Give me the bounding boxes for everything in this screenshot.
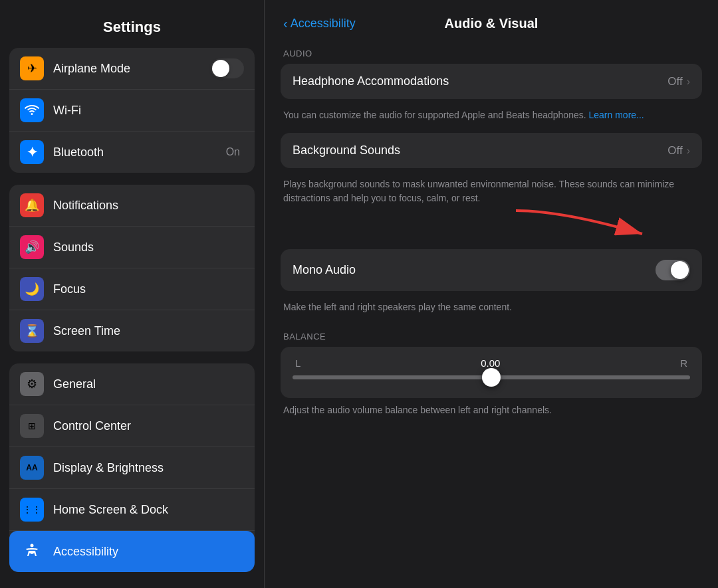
display-brightness-icon: AA bbox=[20, 456, 44, 480]
notifications-icon: 🔔 bbox=[20, 193, 44, 217]
focus-label: Focus bbox=[53, 282, 244, 296]
sidebar-item-wifi[interactable]: Wi-Fi bbox=[9, 90, 255, 132]
home-screen-label: Home Screen & Dock bbox=[53, 503, 244, 517]
sidebar-item-sounds[interactable]: 🔊 Sounds bbox=[9, 227, 255, 268]
mono-audio-section: Mono Audio bbox=[281, 216, 702, 291]
mono-audio-row[interactable]: Mono Audio bbox=[281, 249, 702, 291]
sidebar-item-control-center[interactable]: ⊞ Control Center bbox=[9, 405, 255, 447]
balance-left-label: L bbox=[295, 357, 300, 369]
red-arrow-container bbox=[281, 216, 702, 249]
back-chevron-icon: ‹ bbox=[283, 16, 288, 31]
background-sounds-row[interactable]: Background Sounds Off › bbox=[281, 133, 702, 168]
display-brightness-label: Display & Brightness bbox=[53, 461, 244, 475]
headphone-accommodations-row[interactable]: Headphone Accommodations Off › bbox=[281, 64, 702, 99]
main-panel: ‹ Accessibility Audio & Visual AUDIO Hea… bbox=[265, 0, 718, 588]
bluetooth-icon: ✦ bbox=[20, 140, 44, 164]
learn-more-link[interactable]: Learn more... bbox=[589, 110, 644, 120]
sidebar-item-accessibility[interactable]: Accessibility bbox=[9, 531, 255, 572]
mono-audio-description: Make the left and right speakers play th… bbox=[281, 295, 702, 325]
panel-title: Audio & Visual bbox=[445, 16, 538, 31]
headphone-accommodations-chevron: › bbox=[687, 76, 690, 88]
balance-slider-thumb[interactable] bbox=[482, 368, 501, 387]
sidebar-item-general[interactable]: ⚙ General bbox=[9, 363, 255, 405]
headphone-accommodations-description: You can customize the audio for supporte… bbox=[281, 103, 702, 133]
background-sounds-label: Background Sounds bbox=[293, 144, 667, 157]
balance-right-label: R bbox=[680, 357, 687, 369]
general-icon: ⚙ bbox=[20, 372, 44, 396]
sounds-label: Sounds bbox=[53, 241, 244, 254]
balance-header: L 0.00 R bbox=[293, 357, 690, 369]
balance-slider-track[interactable] bbox=[293, 375, 690, 379]
control-center-label: Control Center bbox=[53, 419, 244, 433]
sidebar-item-bluetooth[interactable]: ✦ Bluetooth On bbox=[9, 132, 255, 173]
wifi-icon bbox=[20, 98, 44, 122]
background-sounds-value: Off bbox=[667, 144, 682, 157]
sidebar-item-screen-time[interactable]: ⌛ Screen Time bbox=[9, 310, 255, 351]
bluetooth-label: Bluetooth bbox=[53, 146, 226, 159]
sidebar-item-focus[interactable]: 🌙 Focus bbox=[9, 268, 255, 310]
bluetooth-value: On bbox=[226, 146, 240, 158]
balance-section-label: BALANCE bbox=[283, 332, 702, 342]
panel-content: AUDIO Headphone Accommodations Off › You… bbox=[265, 42, 718, 428]
sidebar-group-network: ✈ Airplane Mode Wi-Fi ✦ Bluetooth On bbox=[9, 48, 255, 173]
sidebar-group-settings: ⚙ General ⊞ Control Center AA Display & … bbox=[9, 363, 255, 572]
accessibility-icon bbox=[20, 539, 44, 563]
sounds-icon: 🔊 bbox=[20, 235, 44, 259]
headphone-accommodations-group: Headphone Accommodations Off › bbox=[281, 64, 702, 99]
mono-audio-label: Mono Audio bbox=[293, 263, 656, 277]
screen-time-label: Screen Time bbox=[53, 324, 244, 338]
wifi-label: Wi-Fi bbox=[53, 104, 244, 118]
focus-icon: 🌙 bbox=[20, 277, 44, 301]
sidebar: Settings ✈ Airplane Mode Wi-Fi ✦ Bluetoo… bbox=[0, 0, 265, 588]
general-label: General bbox=[53, 377, 244, 391]
sidebar-title: Settings bbox=[0, 0, 264, 48]
airplane-mode-toggle[interactable] bbox=[211, 58, 244, 78]
background-sounds-chevron: › bbox=[687, 145, 690, 157]
balance-description: Adjust the audio volume balance between … bbox=[281, 398, 702, 428]
svg-point-0 bbox=[31, 544, 34, 547]
sidebar-group-notifications: 🔔 Notifications 🔊 Sounds 🌙 Focus ⌛ Scree… bbox=[9, 185, 255, 351]
accessibility-label: Accessibility bbox=[53, 545, 244, 559]
control-center-icon: ⊞ bbox=[20, 414, 44, 438]
sidebar-item-display-brightness[interactable]: AA Display & Brightness bbox=[9, 447, 255, 489]
headphone-accommodations-label: Headphone Accommodations bbox=[293, 74, 667, 88]
screen-time-icon: ⌛ bbox=[20, 319, 44, 343]
balance-slider-container: L 0.00 R bbox=[281, 347, 702, 398]
back-button[interactable]: ‹ Accessibility bbox=[283, 16, 356, 31]
mono-audio-toggle[interactable] bbox=[656, 260, 690, 280]
back-label: Accessibility bbox=[291, 17, 356, 31]
panel-header: ‹ Accessibility Audio & Visual bbox=[265, 0, 718, 42]
headphone-accommodations-value: Off bbox=[667, 75, 682, 88]
airplane-mode-icon: ✈ bbox=[20, 56, 44, 80]
notifications-label: Notifications bbox=[53, 199, 244, 213]
balance-value: 0.00 bbox=[481, 357, 500, 369]
background-sounds-description: Plays background sounds to mask unwanted… bbox=[281, 172, 702, 216]
sidebar-item-notifications[interactable]: 🔔 Notifications bbox=[9, 185, 255, 227]
audio-section-label: AUDIO bbox=[283, 49, 702, 58]
background-sounds-group: Background Sounds Off › bbox=[281, 133, 702, 168]
home-screen-icon: ⋮⋮ bbox=[20, 498, 44, 522]
airplane-mode-label: Airplane Mode bbox=[53, 62, 211, 76]
sidebar-item-home-screen[interactable]: ⋮⋮ Home Screen & Dock bbox=[9, 489, 255, 531]
sidebar-item-airplane-mode[interactable]: ✈ Airplane Mode bbox=[9, 48, 255, 90]
